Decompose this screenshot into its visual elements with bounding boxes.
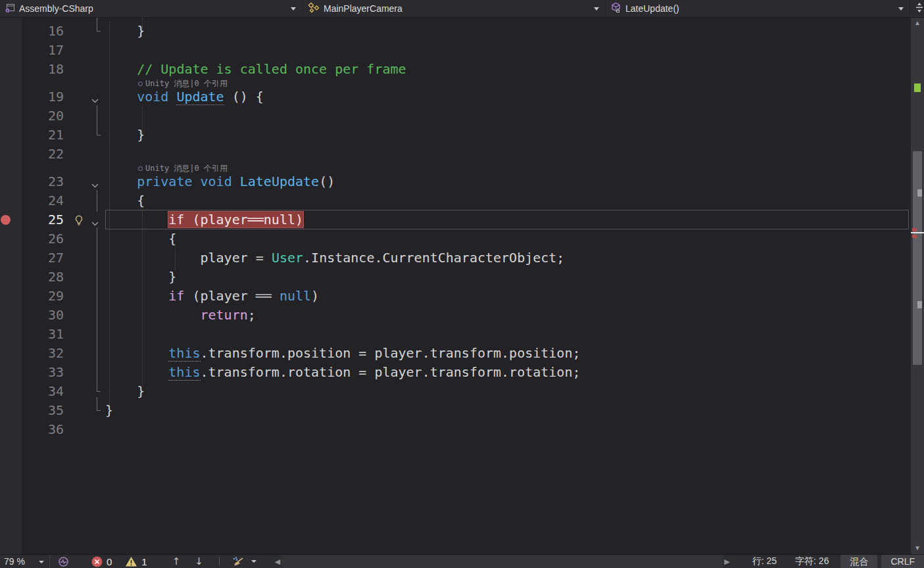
code-token: .Instance.CurrentCharacterObject; — [303, 250, 564, 266]
chevron-down-icon[interactable] — [594, 7, 599, 11]
code-line[interactable]: 27 player = User.Instance.CurrentCharact… — [0, 248, 911, 268]
code-token — [105, 174, 137, 189]
code-line[interactable]: 25 if (player══null) — [0, 210, 911, 229]
code-token — [272, 288, 280, 304]
code-text[interactable]: if (player ══ null) — [105, 287, 319, 306]
warning-count-icon[interactable] — [125, 556, 137, 567]
chevron-down-icon[interactable] — [291, 7, 296, 11]
vertical-scrollbar[interactable]: ▲ ▼ — [911, 18, 924, 554]
code-text[interactable]: } — [105, 126, 145, 145]
code-token: void — [201, 174, 232, 189]
code-token: return — [201, 307, 248, 323]
hscroll-left-icon[interactable]: ◀ — [275, 557, 280, 566]
code-text[interactable]: if (player══null) — [105, 210, 303, 229]
indentation-indicator[interactable]: 混合 — [840, 555, 877, 568]
zoom-selector[interactable]: 79 % — [0, 555, 50, 568]
project-dropdown[interactable]: Assembly-CSharp — [0, 0, 303, 17]
code-text[interactable]: { — [105, 229, 176, 248]
code-token: private — [137, 174, 192, 189]
line-ending-indicator[interactable]: CRLF — [881, 555, 924, 568]
document-health-icon[interactable] — [58, 556, 69, 567]
code-cleanup-broom-icon[interactable] — [230, 556, 245, 567]
code-line[interactable]: 36 — [0, 420, 911, 439]
line-number: 25 — [26, 210, 64, 229]
code-line[interactable]: 22 — [0, 145, 911, 164]
code-line[interactable]: 31 — [0, 325, 911, 344]
line-number: 30 — [26, 306, 64, 325]
code-text[interactable]: return; — [105, 306, 256, 325]
code-text[interactable]: private void LateUpdate() — [105, 172, 335, 191]
code-text[interactable]: } — [105, 382, 145, 401]
code-token: Update — [176, 89, 224, 105]
line-number: 23 — [26, 172, 64, 191]
code-token: this — [168, 364, 200, 381]
error-count-icon[interactable] — [91, 556, 103, 567]
prev-issue-arrow-icon[interactable]: ↑ — [172, 556, 181, 567]
code-line[interactable]: Unity 消息|0 个引用19 void Update () { — [0, 79, 911, 106]
zoom-level: 79 % — [4, 556, 25, 567]
code-text[interactable]: } — [105, 401, 113, 420]
code-token: () { — [224, 89, 264, 105]
code-token: if — [168, 288, 184, 304]
code-line[interactable]: 18 // Update is called once per frame — [0, 60, 911, 79]
horizontal-scrollbar[interactable] — [281, 555, 723, 568]
line-number: 21 — [26, 126, 64, 145]
code-line[interactable]: 20 — [0, 106, 911, 126]
line-number: 27 — [26, 248, 64, 268]
code-text[interactable]: // Update is called once per frame — [105, 60, 406, 79]
error-count: 0 — [107, 556, 112, 567]
line-number: 18 — [26, 60, 64, 79]
breakpoint-dot-icon[interactable] — [1, 215, 11, 225]
code-line[interactable]: 32 this.transform.position = player.tran… — [0, 344, 911, 363]
hscroll-right-icon[interactable]: ▶ — [724, 557, 729, 566]
code-text[interactable]: this.transform.rotation = player.transfo… — [105, 363, 580, 382]
code-token: { — [105, 231, 176, 247]
code-text[interactable]: player = User.Instance.CurrentCharacterO… — [105, 248, 564, 268]
chevron-down-icon[interactable] — [898, 7, 904, 11]
code-text[interactable]: } — [105, 22, 145, 41]
code-line[interactable]: 26 { — [0, 229, 911, 248]
code-text[interactable]: { — [105, 191, 145, 210]
code-token: player.transform.position; — [366, 345, 580, 361]
codelens-unity-message[interactable]: Unity 消息|0 个引用 — [138, 80, 228, 87]
code-text[interactable]: void Update () { — [105, 87, 264, 106]
code-token: null — [280, 288, 311, 304]
split-editor-button[interactable] — [910, 0, 924, 17]
code-token: void — [137, 89, 168, 105]
code-line[interactable]: 30 return; — [0, 306, 911, 325]
error-mark — [912, 228, 917, 231]
collapse-chevron-icon[interactable] — [91, 179, 100, 185]
chevron-down-icon[interactable] — [251, 560, 256, 563]
code-token: () — [319, 174, 335, 189]
code-token — [192, 174, 200, 189]
code-token: } — [105, 402, 113, 418]
lightbulb-icon[interactable] — [74, 215, 84, 225]
line-number: 24 — [26, 191, 64, 210]
code-line[interactable]: 28 } — [0, 268, 911, 287]
scroll-down-icon[interactable]: ▼ — [911, 544, 924, 553]
code-line[interactable]: 35} — [0, 401, 911, 420]
code-line[interactable]: 24 { — [0, 191, 911, 210]
warning-count: 1 — [141, 556, 147, 567]
collapse-chevron-icon[interactable] — [91, 218, 100, 224]
code-line[interactable]: 33 this.transform.rotation = player.tran… — [0, 363, 911, 382]
next-issue-arrow-icon[interactable]: ↓ — [195, 556, 203, 567]
collapse-chevron-icon[interactable] — [91, 95, 100, 101]
member-dropdown[interactable]: LateUpdate() — [606, 0, 910, 17]
scroll-up-icon[interactable]: ▲ — [911, 18, 924, 28]
code-line[interactable]: 34 } — [0, 382, 911, 401]
code-line[interactable]: 17 — [0, 41, 911, 60]
code-line[interactable]: 29 if (player ══ null) — [0, 287, 911, 306]
code-line[interactable]: 21 } — [0, 126, 911, 145]
type-dropdown[interactable]: MainPlayerCamera — [303, 0, 606, 17]
codelens-unity-message[interactable]: Unity 消息|0 个引用 — [138, 164, 228, 172]
code-text[interactable]: } — [105, 268, 176, 287]
scrollbar-thumb[interactable] — [913, 151, 922, 365]
highlighted-code: if (player══null) — [168, 212, 303, 227]
code-token: this — [168, 345, 200, 362]
code-line[interactable]: 16 } — [0, 22, 911, 41]
line-number: 35 — [26, 401, 64, 420]
code-line[interactable]: Unity 消息|0 个引用23 private void LateUpdate… — [0, 164, 911, 191]
code-editor[interactable]: 16 }1718 // Update is called once per fr… — [0, 18, 911, 554]
code-text[interactable]: this.transform.position = player.transfo… — [105, 344, 580, 363]
